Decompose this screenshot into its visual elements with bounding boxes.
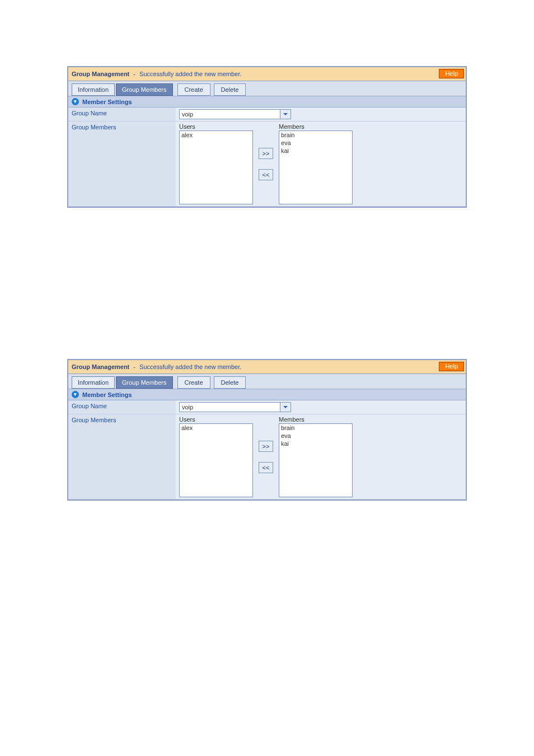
section-header[interactable]: ▾ Member Settings (68, 96, 466, 108)
move-left-button[interactable]: << (259, 462, 273, 473)
page-title: Group Management (72, 363, 129, 370)
collapse-icon: ▾ (72, 98, 79, 105)
move-right-button[interactable]: >> (259, 441, 273, 452)
section-header[interactable]: ▾ Member Settings (68, 389, 466, 400)
delete-button[interactable]: Delete (214, 83, 246, 96)
delete-button[interactable]: Delete (214, 376, 246, 389)
tab-row: Information Group Members Create Delete (68, 374, 466, 389)
group-name-label: Group Name (68, 108, 176, 121)
page-title: Group Management (72, 71, 129, 77)
list-item[interactable]: kai (279, 440, 352, 447)
members-listbox[interactable]: brain eva kai (279, 130, 353, 204)
row-group-name: Group Name (68, 108, 466, 122)
create-button[interactable]: Create (177, 376, 210, 389)
list-item[interactable]: brain (279, 131, 352, 139)
users-caption: Users (179, 123, 253, 130)
help-button[interactable]: Help (439, 362, 464, 371)
tab-information[interactable]: Information (72, 376, 115, 389)
members-listbox[interactable]: brain eva kai (279, 423, 353, 497)
status-bar: Group Management - Successfully added th… (68, 360, 466, 374)
help-button[interactable]: Help (439, 69, 464, 78)
status-message: Successfully added the new member. (139, 363, 241, 370)
list-item[interactable]: alex (180, 131, 252, 139)
title-separator: - (133, 363, 135, 370)
list-item[interactable]: brain (279, 424, 352, 432)
row-group-members: Group Members Users alex >> << Members b… (68, 414, 466, 500)
group-name-input[interactable] (179, 402, 280, 412)
status-message: Successfully added the new member. (139, 71, 241, 77)
list-item[interactable]: kai (279, 147, 352, 155)
chevron-down-icon[interactable] (280, 109, 291, 119)
tab-group-members[interactable]: Group Members (116, 83, 172, 96)
status-bar: Group Management - Successfully added th… (68, 67, 466, 81)
members-caption: Members (279, 123, 353, 130)
row-group-name: Group Name (68, 400, 466, 414)
group-name-input[interactable] (179, 109, 280, 119)
group-name-select[interactable] (179, 109, 291, 119)
collapse-icon: ▾ (72, 391, 79, 398)
tab-group-members[interactable]: Group Members (116, 376, 172, 389)
list-item[interactable]: alex (180, 424, 252, 432)
title-separator: - (133, 71, 135, 77)
group-members-label: Group Members (68, 122, 176, 206)
tab-row: Information Group Members Create Delete (68, 81, 466, 96)
users-listbox[interactable]: alex (179, 423, 253, 497)
group-members-label: Group Members (68, 414, 176, 499)
users-listbox[interactable]: alex (179, 130, 253, 204)
row-group-members: Group Members Users alex >> << Members b… (68, 122, 466, 207)
section-title: Member Settings (82, 391, 132, 398)
move-left-button[interactable]: << (259, 169, 273, 180)
group-management-panel: Group Management - Successfully added th… (67, 359, 467, 501)
list-item[interactable]: eva (279, 139, 352, 147)
group-management-panel: Group Management - Successfully added th… (67, 66, 467, 208)
group-name-select[interactable] (179, 402, 291, 412)
users-caption: Users (179, 416, 253, 423)
tab-information[interactable]: Information (72, 83, 115, 96)
section-title: Member Settings (82, 99, 132, 105)
create-button[interactable]: Create (177, 83, 210, 96)
list-item[interactable]: eva (279, 432, 352, 440)
members-caption: Members (279, 416, 353, 423)
chevron-down-icon[interactable] (280, 402, 291, 412)
group-name-label: Group Name (68, 400, 176, 414)
move-right-button[interactable]: >> (259, 148, 273, 159)
